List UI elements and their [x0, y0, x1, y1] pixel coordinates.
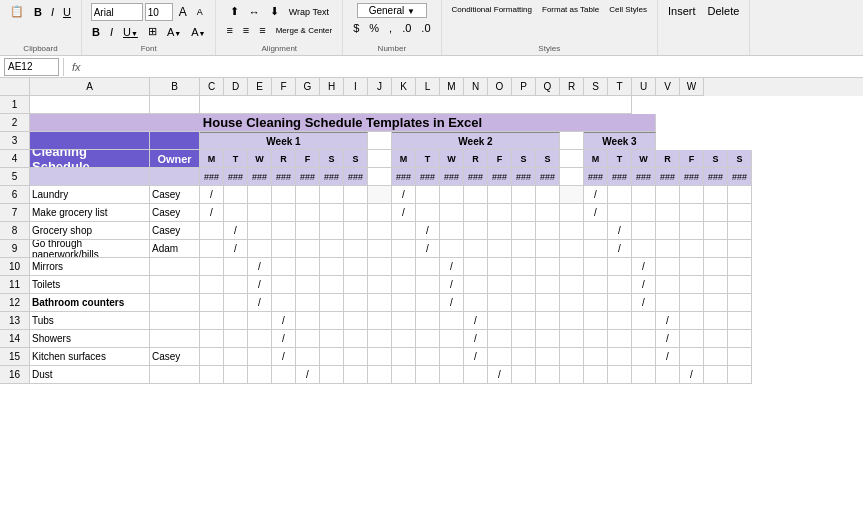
- r6-f[interactable]: [272, 186, 296, 204]
- col-header-U[interactable]: U: [632, 78, 656, 96]
- font-shrink-button[interactable]: A: [193, 5, 207, 19]
- owner-bathroom[interactable]: [150, 294, 200, 312]
- col-header-T[interactable]: T: [608, 78, 632, 96]
- r6-p[interactable]: [536, 186, 560, 204]
- r10-l[interactable]: /: [440, 258, 464, 276]
- italic-button2[interactable]: I: [106, 23, 117, 40]
- r11-k[interactable]: [416, 276, 440, 294]
- r10-o[interactable]: [512, 258, 536, 276]
- r15-p[interactable]: [536, 348, 560, 366]
- r13-t[interactable]: /: [656, 312, 680, 330]
- r10-u[interactable]: [680, 258, 704, 276]
- r15-h[interactable]: [320, 348, 344, 366]
- r15-d[interactable]: [224, 348, 248, 366]
- r6-m[interactable]: [464, 186, 488, 204]
- r9-m[interactable]: [464, 240, 488, 258]
- r6-l[interactable]: [440, 186, 464, 204]
- r11-t[interactable]: [656, 276, 680, 294]
- r15-q[interactable]: [584, 348, 608, 366]
- r14-g[interactable]: [296, 330, 320, 348]
- r11-l[interactable]: /: [440, 276, 464, 294]
- r15-u[interactable]: [680, 348, 704, 366]
- r8-c[interactable]: [200, 222, 224, 240]
- col-header-J[interactable]: J: [368, 78, 392, 96]
- r12-c[interactable]: [200, 294, 224, 312]
- r15-f[interactable]: /: [272, 348, 296, 366]
- font-grow-button[interactable]: A: [175, 3, 191, 21]
- r16-q[interactable]: [584, 366, 608, 384]
- task-dust[interactable]: Dust: [30, 366, 150, 384]
- r8-j[interactable]: [392, 222, 416, 240]
- r15-i[interactable]: [344, 348, 368, 366]
- r10-m[interactable]: [464, 258, 488, 276]
- col-header-S[interactable]: S: [584, 78, 608, 96]
- r14-r[interactable]: [608, 330, 632, 348]
- r16-u[interactable]: /: [680, 366, 704, 384]
- r11-g[interactable]: [296, 276, 320, 294]
- r15-m[interactable]: /: [464, 348, 488, 366]
- r15-j[interactable]: [392, 348, 416, 366]
- r10-c[interactable]: [200, 258, 224, 276]
- format-as-table-button[interactable]: Format as Table: [538, 3, 603, 16]
- r9-l[interactable]: [440, 240, 464, 258]
- r16-n[interactable]: /: [488, 366, 512, 384]
- formula-input[interactable]: [89, 58, 859, 76]
- r15-o[interactable]: [512, 348, 536, 366]
- col-header-Q[interactable]: Q: [536, 78, 560, 96]
- r6-j[interactable]: /: [392, 186, 416, 204]
- r11-w[interactable]: [728, 276, 752, 294]
- r13-n[interactable]: [488, 312, 512, 330]
- r9-p[interactable]: [536, 240, 560, 258]
- task-showers[interactable]: Showers: [30, 330, 150, 348]
- align-top-button[interactable]: ⬆: [226, 3, 243, 20]
- col-header-H[interactable]: H: [320, 78, 344, 96]
- r7-m[interactable]: [464, 204, 488, 222]
- col-header-N[interactable]: N: [464, 78, 488, 96]
- r9-v[interactable]: [704, 240, 728, 258]
- owner-toilets[interactable]: [150, 276, 200, 294]
- r6-r[interactable]: [608, 186, 632, 204]
- r8-q[interactable]: [584, 222, 608, 240]
- r9-f[interactable]: [272, 240, 296, 258]
- font-size-input[interactable]: [145, 3, 173, 21]
- r8-e[interactable]: [248, 222, 272, 240]
- increase-decimal-button[interactable]: .0: [398, 20, 415, 36]
- r16-i[interactable]: [344, 366, 368, 384]
- r16-h[interactable]: [320, 366, 344, 384]
- bold-button[interactable]: B: [30, 3, 46, 20]
- cell-reference-input[interactable]: [4, 58, 59, 76]
- r7-n[interactable]: [488, 204, 512, 222]
- align-right-button[interactable]: ≡: [255, 22, 269, 38]
- r6-k[interactable]: [416, 186, 440, 204]
- r7-i[interactable]: [344, 204, 368, 222]
- r11-f[interactable]: [272, 276, 296, 294]
- r14-t[interactable]: /: [656, 330, 680, 348]
- r8-m[interactable]: [464, 222, 488, 240]
- align-bottom-button[interactable]: ⬇: [266, 3, 283, 20]
- r7-s[interactable]: [632, 204, 656, 222]
- r6-d[interactable]: [224, 186, 248, 204]
- r11-r[interactable]: [608, 276, 632, 294]
- r15-g[interactable]: [296, 348, 320, 366]
- r13-e[interactable]: [248, 312, 272, 330]
- r9-u[interactable]: [680, 240, 704, 258]
- r9-n[interactable]: [488, 240, 512, 258]
- r11-q[interactable]: [584, 276, 608, 294]
- owner-showers[interactable]: [150, 330, 200, 348]
- r6-o[interactable]: [512, 186, 536, 204]
- r8-g[interactable]: [296, 222, 320, 240]
- owner-tubs[interactable]: [150, 312, 200, 330]
- r13-k[interactable]: [416, 312, 440, 330]
- r13-w[interactable]: [728, 312, 752, 330]
- r8-o[interactable]: [512, 222, 536, 240]
- r14-v[interactable]: [704, 330, 728, 348]
- r12-j[interactable]: [392, 294, 416, 312]
- owner-grocery-list[interactable]: Casey: [150, 204, 200, 222]
- r6-i[interactable]: [344, 186, 368, 204]
- r14-l[interactable]: [440, 330, 464, 348]
- r10-p[interactable]: [536, 258, 560, 276]
- r13-l[interactable]: [440, 312, 464, 330]
- r15-n[interactable]: [488, 348, 512, 366]
- r10-g[interactable]: [296, 258, 320, 276]
- owner-kitchen[interactable]: Casey: [150, 348, 200, 366]
